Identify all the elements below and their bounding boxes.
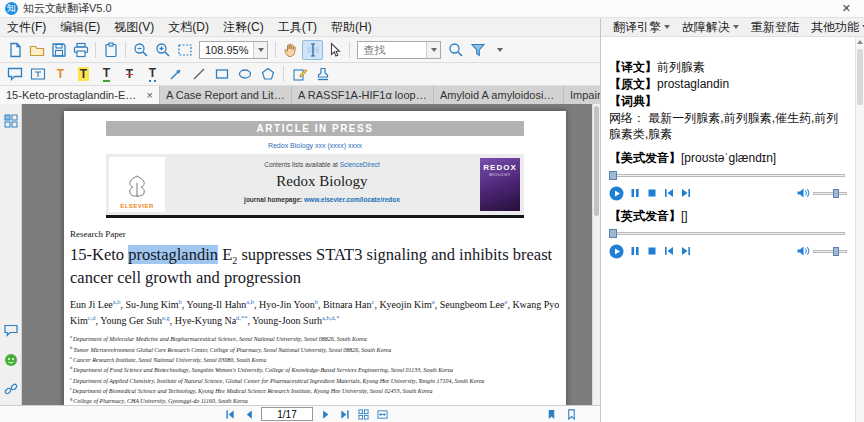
slider-thumb[interactable] bbox=[609, 171, 617, 180]
zoom-level-select[interactable]: 108.95% bbox=[199, 41, 268, 59]
main-toolbar: 108.95% bbox=[0, 37, 600, 63]
link-icon[interactable] bbox=[3, 381, 19, 397]
page-layout-button[interactable] bbox=[356, 407, 370, 421]
scroll-up-icon[interactable] bbox=[857, 39, 863, 45]
find-combobox[interactable] bbox=[357, 41, 441, 59]
menu-relogin[interactable]: 重新登陆 bbox=[745, 18, 805, 36]
polygon-tool-button[interactable] bbox=[257, 64, 278, 84]
uk-audio-progress-slider[interactable] bbox=[609, 228, 847, 239]
menu-translation-engine[interactable]: 翻译引擎 bbox=[607, 18, 676, 36]
thumbnails-panel-icon[interactable] bbox=[3, 113, 19, 129]
volume-track bbox=[813, 250, 847, 253]
zoom-dropdown-icon[interactable] bbox=[253, 42, 267, 58]
line-tool-button[interactable] bbox=[188, 64, 209, 84]
stamp-tool-button[interactable] bbox=[312, 64, 333, 84]
ellipse-tool-button[interactable] bbox=[234, 64, 255, 84]
author-name: Seungbeom Leee, bbox=[440, 299, 513, 310]
save-button[interactable] bbox=[48, 40, 69, 60]
clipboard-button[interactable] bbox=[100, 40, 121, 60]
open-file-button[interactable] bbox=[26, 40, 47, 60]
volume-slider[interactable] bbox=[813, 247, 847, 256]
bookmark-icon[interactable] bbox=[544, 407, 558, 421]
menu-item[interactable]: 文件(F) bbox=[0, 18, 53, 36]
section-label: Research Paper bbox=[70, 229, 560, 239]
pdf-viewer[interactable]: ARTICLE IN PRESS Redox Biology xxx (xxxx… bbox=[22, 104, 592, 422]
squiggly-text-tool-button[interactable]: T bbox=[142, 64, 163, 84]
tab-document-2[interactable]: A Case Report and Literatur... bbox=[160, 86, 292, 104]
menu-item[interactable]: 文档(D) bbox=[161, 18, 216, 36]
page-indicator[interactable] bbox=[261, 407, 313, 421]
wechat-share-icon[interactable] bbox=[3, 352, 19, 368]
edit-annotation-button[interactable] bbox=[289, 64, 310, 84]
rectangle-tool-button[interactable] bbox=[211, 64, 232, 84]
last-page-button[interactable] bbox=[337, 407, 351, 421]
typewriter-tool-button[interactable] bbox=[27, 64, 48, 84]
volume-thumb[interactable] bbox=[833, 247, 839, 256]
stop-button[interactable] bbox=[646, 187, 658, 199]
panel-scrollbar[interactable] bbox=[855, 37, 864, 422]
tab-close-icon[interactable]: × bbox=[147, 89, 153, 101]
us-audio-progress-slider[interactable] bbox=[609, 170, 847, 181]
homepage-link[interactable]: www.elsevier.com/locate/redox bbox=[304, 196, 400, 203]
menu-item[interactable]: 工具(T) bbox=[271, 18, 324, 36]
highlight-text-tool-button[interactable]: T bbox=[73, 64, 94, 84]
toolbar-separator bbox=[275, 42, 276, 58]
volume-icon[interactable] bbox=[796, 187, 810, 199]
find-dropdown-icon[interactable] bbox=[426, 42, 440, 58]
zoom-in-button[interactable] bbox=[152, 40, 173, 60]
next-page-button[interactable] bbox=[318, 407, 332, 421]
menu-troubleshoot[interactable]: 故障解决 bbox=[676, 18, 745, 36]
volume-thumb[interactable] bbox=[833, 189, 839, 198]
pdf-vertical-scrollbar[interactable] bbox=[592, 104, 600, 422]
play-button[interactable] bbox=[609, 244, 624, 259]
stop-button[interactable] bbox=[646, 245, 658, 257]
zoom-out-button[interactable] bbox=[130, 40, 151, 60]
window-close-button[interactable]: ✕ bbox=[834, 2, 859, 15]
hand-tool-button[interactable] bbox=[280, 40, 301, 60]
filter-dropdown-icon[interactable] bbox=[489, 40, 510, 60]
text-color-tool-button[interactable]: T bbox=[50, 64, 71, 84]
previous-track-button[interactable] bbox=[663, 245, 675, 257]
volume-icon[interactable] bbox=[796, 245, 810, 257]
volume-slider[interactable] bbox=[813, 189, 847, 198]
previous-track-button[interactable] bbox=[663, 187, 675, 199]
arrow-tool-button[interactable] bbox=[165, 64, 186, 84]
comment-tool-button[interactable] bbox=[4, 64, 25, 84]
menu-item[interactable]: 编辑(E) bbox=[53, 18, 107, 36]
author-name: Hye-Kyung Nad,**, bbox=[175, 315, 252, 326]
next-track-button[interactable] bbox=[680, 187, 692, 199]
scrollbar-thumb[interactable] bbox=[594, 106, 599, 216]
scrollbar-thumb[interactable] bbox=[857, 49, 863, 105]
prev-page-button[interactable] bbox=[242, 407, 256, 421]
pause-button[interactable] bbox=[629, 187, 641, 199]
tab-document-5[interactable]: Impairment of a distinct canc... bbox=[564, 86, 600, 104]
first-page-button[interactable] bbox=[223, 407, 237, 421]
fit-width-button[interactable] bbox=[375, 407, 389, 421]
slider-thumb[interactable] bbox=[609, 229, 617, 238]
tab-document-4[interactable]: Amyloid A amyloidosis secon... bbox=[434, 86, 564, 104]
select-text-tool-button[interactable] bbox=[302, 40, 323, 60]
menu-other-functions[interactable]: 其他功能 bbox=[805, 18, 864, 36]
menu-item[interactable]: 注释(C) bbox=[216, 18, 271, 36]
tab-document-1[interactable]: 15-Keto-prostaglandin-E2-su... × bbox=[0, 86, 160, 104]
pause-button[interactable] bbox=[629, 245, 641, 257]
tab-document-3[interactable]: A RASSF1A-HIF1α loop drives... bbox=[292, 86, 434, 104]
menu-item[interactable]: 视图(V) bbox=[107, 18, 161, 36]
marquee-zoom-button[interactable] bbox=[174, 40, 195, 60]
sciencedirect-link[interactable]: ScienceDirect bbox=[340, 161, 380, 168]
bookmark-outline-icon[interactable] bbox=[564, 407, 578, 421]
print-button[interactable] bbox=[70, 40, 91, 60]
comments-panel-icon[interactable] bbox=[3, 323, 19, 339]
next-track-button[interactable] bbox=[680, 245, 692, 257]
pointer-tool-button[interactable] bbox=[324, 40, 345, 60]
new-document-button[interactable] bbox=[4, 40, 25, 60]
menu-item[interactable]: 帮助(H) bbox=[324, 18, 379, 36]
selected-word[interactable]: prostaglandin bbox=[128, 245, 218, 264]
find-input[interactable] bbox=[363, 44, 421, 56]
filter-button[interactable] bbox=[467, 40, 488, 60]
tab-label: Impairment of a distinct canc... bbox=[570, 89, 600, 101]
play-button[interactable] bbox=[609, 186, 624, 201]
strikeout-text-tool-button[interactable]: T bbox=[119, 64, 140, 84]
search-button[interactable] bbox=[445, 40, 466, 60]
underline-text-tool-button[interactable]: T bbox=[96, 64, 117, 84]
